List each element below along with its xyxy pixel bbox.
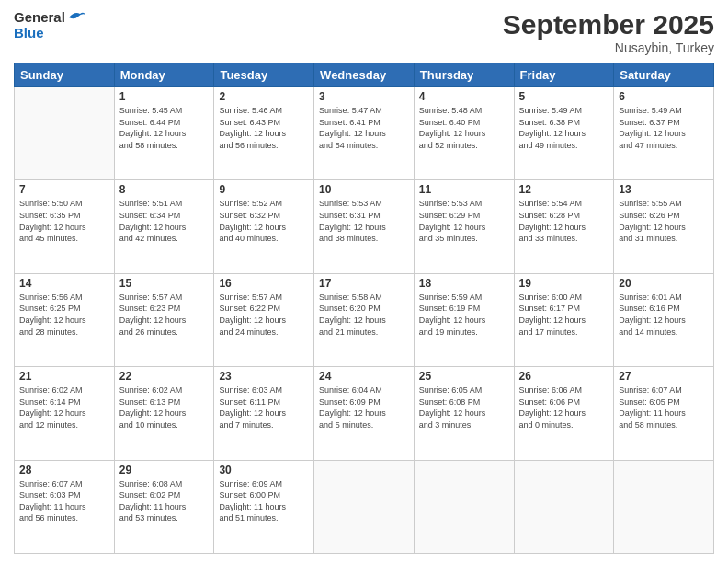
day-info: Sunrise: 5:47 AM Sunset: 6:41 PM Dayligh… (319, 105, 409, 151)
day-info: Sunrise: 5:55 AM Sunset: 6:26 PM Dayligh… (619, 198, 709, 244)
calendar-cell: 24Sunrise: 6:04 AM Sunset: 6:09 PM Dayli… (314, 367, 415, 460)
day-info: Sunrise: 6:06 AM Sunset: 6:06 PM Dayligh… (519, 385, 609, 431)
day-number: 18 (419, 277, 509, 290)
header: General Blue September 2025 Nusaybin, Tu… (14, 9, 714, 55)
calendar-cell: 4Sunrise: 5:48 AM Sunset: 6:40 PM Daylig… (414, 87, 514, 180)
day-number: 5 (519, 90, 609, 103)
calendar-cell: 19Sunrise: 6:00 AM Sunset: 6:17 PM Dayli… (514, 273, 614, 366)
day-number: 17 (319, 277, 409, 290)
col-monday: Monday (114, 63, 214, 87)
day-number: 12 (519, 183, 609, 196)
calendar-week-row: 28Sunrise: 6:07 AM Sunset: 6:03 PM Dayli… (15, 460, 714, 553)
day-number: 26 (519, 370, 609, 383)
calendar-cell: 3Sunrise: 5:47 AM Sunset: 6:41 PM Daylig… (314, 87, 415, 180)
col-friday: Friday (514, 63, 614, 87)
day-number: 9 (219, 183, 309, 196)
calendar-week-row: 1Sunrise: 5:45 AM Sunset: 6:44 PM Daylig… (15, 87, 714, 180)
calendar-cell: 5Sunrise: 5:49 AM Sunset: 6:38 PM Daylig… (514, 87, 614, 180)
day-info: Sunrise: 6:04 AM Sunset: 6:09 PM Dayligh… (319, 385, 409, 431)
calendar-cell: 11Sunrise: 5:53 AM Sunset: 6:29 PM Dayli… (414, 180, 514, 273)
day-number: 1 (119, 90, 210, 103)
day-info: Sunrise: 6:07 AM Sunset: 6:05 PM Dayligh… (619, 385, 709, 431)
day-info: Sunrise: 6:09 AM Sunset: 6:00 PM Dayligh… (219, 478, 309, 524)
calendar-week-row: 21Sunrise: 6:02 AM Sunset: 6:14 PM Dayli… (15, 367, 714, 460)
day-info: Sunrise: 6:03 AM Sunset: 6:11 PM Dayligh… (219, 385, 309, 431)
day-number: 7 (19, 183, 109, 196)
calendar-cell: 25Sunrise: 6:05 AM Sunset: 6:08 PM Dayli… (414, 367, 514, 460)
calendar-header-row: Sunday Monday Tuesday Wednesday Thursday… (15, 63, 714, 87)
col-wednesday: Wednesday (314, 63, 415, 87)
calendar-cell: 26Sunrise: 6:06 AM Sunset: 6:06 PM Dayli… (514, 367, 614, 460)
calendar-cell: 28Sunrise: 6:07 AM Sunset: 6:03 PM Dayli… (15, 460, 115, 553)
day-info: Sunrise: 6:01 AM Sunset: 6:16 PM Dayligh… (619, 292, 709, 338)
col-thursday: Thursday (414, 63, 514, 87)
day-number: 11 (419, 183, 509, 196)
calendar-cell: 14Sunrise: 5:56 AM Sunset: 6:25 PM Dayli… (15, 273, 115, 366)
calendar-cell: 1Sunrise: 5:45 AM Sunset: 6:44 PM Daylig… (114, 87, 214, 180)
day-number: 30 (219, 464, 309, 477)
calendar-cell: 12Sunrise: 5:54 AM Sunset: 6:28 PM Dayli… (514, 180, 614, 273)
calendar-cell: 29Sunrise: 6:08 AM Sunset: 6:02 PM Dayli… (114, 460, 214, 553)
calendar-cell: 18Sunrise: 5:59 AM Sunset: 6:19 PM Dayli… (414, 273, 514, 366)
location-subtitle: Nusaybin, Turkey (503, 40, 714, 55)
day-number: 3 (319, 90, 409, 103)
calendar-cell: 22Sunrise: 6:02 AM Sunset: 6:13 PM Dayli… (114, 367, 214, 460)
title-block: September 2025 Nusaybin, Turkey (503, 9, 714, 55)
day-info: Sunrise: 5:53 AM Sunset: 6:31 PM Dayligh… (319, 198, 409, 244)
calendar-cell (414, 460, 514, 553)
calendar-cell: 10Sunrise: 5:53 AM Sunset: 6:31 PM Dayli… (314, 180, 415, 273)
calendar-cell (314, 460, 415, 553)
day-info: Sunrise: 5:58 AM Sunset: 6:20 PM Dayligh… (319, 292, 409, 338)
day-number: 23 (219, 370, 309, 383)
calendar-week-row: 14Sunrise: 5:56 AM Sunset: 6:25 PM Dayli… (15, 273, 714, 366)
calendar-cell: 23Sunrise: 6:03 AM Sunset: 6:11 PM Dayli… (214, 367, 314, 460)
day-info: Sunrise: 5:54 AM Sunset: 6:28 PM Dayligh… (519, 198, 609, 244)
day-info: Sunrise: 6:02 AM Sunset: 6:14 PM Dayligh… (19, 385, 109, 431)
calendar-cell: 16Sunrise: 5:57 AM Sunset: 6:22 PM Dayli… (214, 273, 314, 366)
day-info: Sunrise: 5:52 AM Sunset: 6:32 PM Dayligh… (219, 198, 309, 244)
calendar-cell: 15Sunrise: 5:57 AM Sunset: 6:23 PM Dayli… (114, 273, 214, 366)
calendar-cell: 13Sunrise: 5:55 AM Sunset: 6:26 PM Dayli… (614, 180, 714, 273)
day-number: 28 (19, 464, 109, 477)
day-number: 21 (19, 370, 109, 383)
day-number: 10 (319, 183, 409, 196)
day-number: 20 (619, 277, 709, 290)
calendar-cell: 6Sunrise: 5:49 AM Sunset: 6:37 PM Daylig… (614, 87, 714, 180)
calendar-cell: 7Sunrise: 5:50 AM Sunset: 6:35 PM Daylig… (15, 180, 115, 273)
month-title: September 2025 (503, 9, 714, 40)
logo-blue: Blue (14, 26, 87, 41)
day-info: Sunrise: 6:02 AM Sunset: 6:13 PM Dayligh… (119, 385, 210, 431)
day-info: Sunrise: 5:57 AM Sunset: 6:23 PM Dayligh… (119, 292, 210, 338)
day-number: 8 (119, 183, 210, 196)
calendar-cell (514, 460, 614, 553)
day-info: Sunrise: 5:46 AM Sunset: 6:43 PM Dayligh… (219, 105, 309, 151)
col-sunday: Sunday (15, 63, 115, 87)
day-number: 15 (119, 277, 210, 290)
col-tuesday: Tuesday (214, 63, 314, 87)
calendar-table: Sunday Monday Tuesday Wednesday Thursday… (14, 63, 714, 554)
calendar-cell: 27Sunrise: 6:07 AM Sunset: 6:05 PM Dayli… (614, 367, 714, 460)
day-info: Sunrise: 6:07 AM Sunset: 6:03 PM Dayligh… (19, 478, 109, 524)
logo-bird-icon (67, 9, 87, 26)
day-info: Sunrise: 6:05 AM Sunset: 6:08 PM Dayligh… (419, 385, 509, 431)
day-info: Sunrise: 6:00 AM Sunset: 6:17 PM Dayligh… (519, 292, 609, 338)
day-info: Sunrise: 5:45 AM Sunset: 6:44 PM Dayligh… (119, 105, 210, 151)
day-number: 22 (119, 370, 210, 383)
day-info: Sunrise: 5:59 AM Sunset: 6:19 PM Dayligh… (419, 292, 509, 338)
day-number: 25 (419, 370, 509, 383)
day-info: Sunrise: 5:49 AM Sunset: 6:37 PM Dayligh… (619, 105, 709, 151)
day-number: 16 (219, 277, 309, 290)
logo-general: General (14, 10, 65, 26)
calendar-cell: 21Sunrise: 6:02 AM Sunset: 6:14 PM Dayli… (15, 367, 115, 460)
calendar-cell: 2Sunrise: 5:46 AM Sunset: 6:43 PM Daylig… (214, 87, 314, 180)
calendar-cell (15, 87, 115, 180)
day-number: 14 (19, 277, 109, 290)
day-number: 2 (219, 90, 309, 103)
day-info: Sunrise: 5:50 AM Sunset: 6:35 PM Dayligh… (19, 198, 109, 244)
day-info: Sunrise: 5:49 AM Sunset: 6:38 PM Dayligh… (519, 105, 609, 151)
calendar-week-row: 7Sunrise: 5:50 AM Sunset: 6:35 PM Daylig… (15, 180, 714, 273)
day-number: 29 (119, 464, 210, 477)
day-info: Sunrise: 5:53 AM Sunset: 6:29 PM Dayligh… (419, 198, 509, 244)
day-number: 27 (619, 370, 709, 383)
day-number: 19 (519, 277, 609, 290)
